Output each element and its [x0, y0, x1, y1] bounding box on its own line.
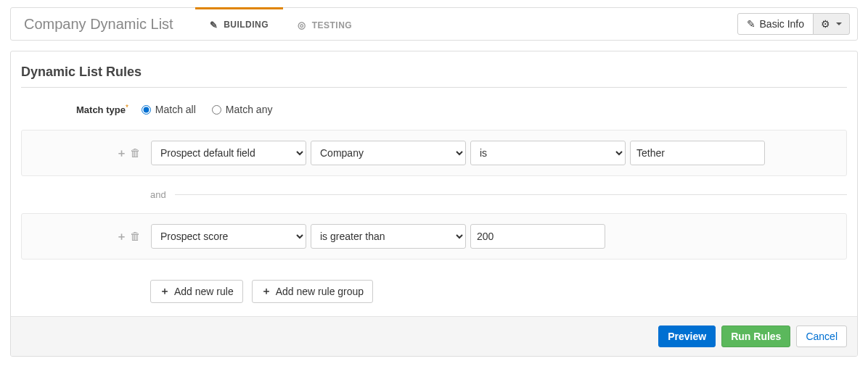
divider-line [175, 194, 847, 195]
add-group-label: Add new rule group [276, 286, 364, 297]
run-rules-button[interactable]: Run Rules [721, 326, 790, 347]
chevron-down-icon [836, 22, 842, 25]
cancel-button[interactable]: Cancel [796, 326, 847, 347]
add-rule-label: Add new rule [174, 286, 234, 297]
match-type-label: Match type [76, 104, 126, 115]
edit-icon: ✎ [210, 20, 218, 30]
rule-row: ＋ 🗑 Prospect score is greater than [21, 213, 847, 260]
match-all-radio[interactable] [142, 105, 151, 115]
basic-info-label: Basic Info [760, 18, 804, 30]
tab-testing[interactable]: ◎ TESTING [283, 7, 367, 41]
rule-operator-select[interactable]: is [470, 141, 626, 165]
add-icon[interactable]: ＋ [116, 146, 127, 160]
settings-menu-button[interactable]: ⚙ [813, 13, 850, 35]
add-icon[interactable]: ＋ [116, 230, 127, 244]
required-asterisk: * [126, 104, 128, 112]
match-any-radio[interactable] [212, 105, 221, 115]
rules-panel: Dynamic List Rules Match type* Match all… [10, 51, 858, 357]
match-all-option[interactable]: Match all [142, 104, 196, 115]
trash-icon[interactable]: 🗑 [130, 230, 141, 244]
match-type-row: Match type* Match all Match any [21, 104, 847, 115]
page-title: Company Dynamic List [24, 16, 173, 33]
tab-label: TESTING [312, 20, 353, 30]
match-any-label: Match any [226, 104, 273, 115]
preview-button[interactable]: Preview [658, 326, 716, 347]
rule-field-type-select[interactable]: Prospect default field [151, 141, 306, 165]
gear-icon: ⚙ [821, 18, 830, 30]
basic-info-button[interactable]: ✎ Basic Info [737, 13, 814, 35]
section-title: Dynamic List Rules [21, 62, 847, 88]
rule-field-name-select[interactable]: Company [311, 141, 466, 165]
footer-bar: Preview Run Rules Cancel [11, 316, 857, 356]
plus-icon: ＋ [160, 285, 170, 298]
tab-building[interactable]: ✎ BUILDING [195, 7, 284, 41]
rule-value-input[interactable] [470, 224, 605, 249]
rule-value-input[interactable] [630, 141, 765, 165]
rule-field-type-select[interactable]: Prospect score [151, 224, 306, 249]
add-new-rule-group-button[interactable]: ＋ Add new rule group [252, 280, 373, 303]
header-bar: Company Dynamic List ✎ BUILDING ◎ TESTIN… [10, 7, 858, 41]
match-any-option[interactable]: Match any [212, 104, 273, 115]
match-all-label: Match all [155, 104, 196, 115]
and-label: and [150, 189, 166, 200]
trash-icon[interactable]: 🗑 [130, 146, 141, 160]
tab-label: BUILDING [224, 20, 269, 30]
target-icon: ◎ [298, 20, 306, 30]
rule-row: ＋ 🗑 Prospect default field Company is [21, 130, 847, 176]
pencil-icon: ✎ [747, 18, 756, 30]
rule-operator-select[interactable]: is greater than [311, 224, 466, 249]
and-divider: and [150, 189, 847, 200]
plus-icon: ＋ [261, 285, 271, 298]
add-new-rule-button[interactable]: ＋ Add new rule [150, 280, 243, 303]
